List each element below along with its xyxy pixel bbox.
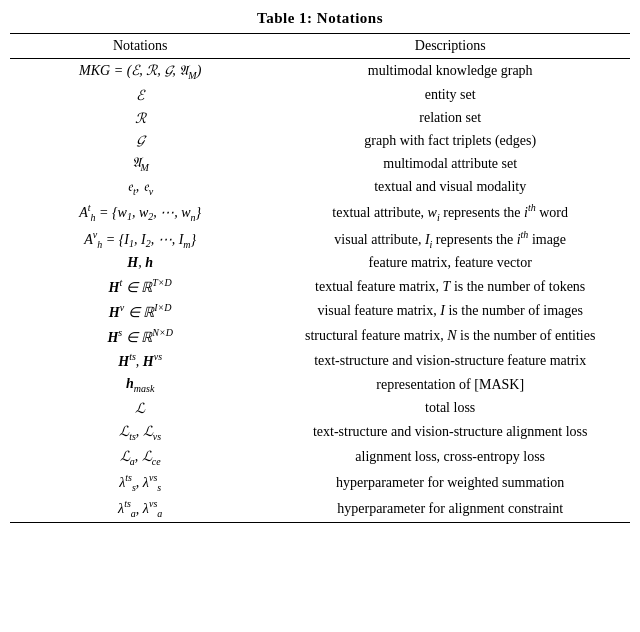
notation-cell: 𝓖 [10, 130, 270, 152]
notation-cell: ℒa, ℒce [10, 445, 270, 470]
table-row: Hs ∈ ℝN×Dstructural feature matrix, N is… [10, 324, 630, 349]
description-cell: total loss [270, 397, 630, 420]
table-row: 𝓖graph with fact triplets (edges) [10, 130, 630, 152]
description-cell: visual attribute, Ii represents the ith … [270, 226, 630, 252]
notation-cell: 𝔄M [10, 152, 270, 176]
notation-cell: ℛ [10, 107, 270, 130]
table-row: ℒts, ℒvstext-structure and vision-struct… [10, 420, 630, 445]
description-cell: structural feature matrix, N is the numb… [270, 324, 630, 349]
notation-cell: H, h [10, 252, 270, 274]
table-row: Avh = {I1, I2, ⋯, Im}visual attribute, I… [10, 226, 630, 252]
table-row: 𝔢t, 𝔢vtextual and visual modality [10, 176, 630, 200]
table-row: ℒtotal loss [10, 397, 630, 420]
notation-cell: MKG = (ℰ, ℛ, 𝓖, 𝔄M) [10, 59, 270, 84]
description-cell: multimodal knowledge graph [270, 59, 630, 84]
description-cell: feature matrix, feature vector [270, 252, 630, 274]
notation-cell: λtss, λvss [10, 469, 270, 495]
notation-cell: ℒ [10, 397, 270, 420]
header-notations: Notations [10, 34, 270, 59]
table-row: Hts, Hvstext-structure and vision-struct… [10, 348, 630, 373]
description-cell: graph with fact triplets (edges) [270, 130, 630, 152]
notation-cell: Hv ∈ ℝI×D [10, 299, 270, 324]
table-row: ℛrelation set [10, 107, 630, 130]
description-cell: entity set [270, 84, 630, 107]
description-cell: textual and visual modality [270, 176, 630, 200]
notation-cell: Ath = {w1, w2, ⋯, wn} [10, 199, 270, 225]
notations-table: Notations Descriptions MKG = (ℰ, ℛ, 𝓖, 𝔄… [10, 33, 630, 523]
table-row: λtsa, λvsahyperparameter for alignment c… [10, 496, 630, 523]
notation-cell: Hs ∈ ℝN×D [10, 324, 270, 349]
table-row: ℰentity set [10, 84, 630, 107]
description-cell: hyperparameter for alignment constraint [270, 496, 630, 523]
table-container: Table 1: Notations Notations Description… [10, 10, 630, 523]
notation-cell: λtsa, λvsa [10, 496, 270, 523]
description-cell: text-structure and vision-structure feat… [270, 348, 630, 373]
description-cell: text-structure and vision-structure alig… [270, 420, 630, 445]
description-cell: relation set [270, 107, 630, 130]
table-header-row: Notations Descriptions [10, 34, 630, 59]
table-row: Hv ∈ ℝI×Dvisual feature matrix, I is the… [10, 299, 630, 324]
description-cell: alignment loss, cross-entropy loss [270, 445, 630, 470]
description-cell: visual feature matrix, I is the number o… [270, 299, 630, 324]
table-row: ℒa, ℒcealignment loss, cross-entropy los… [10, 445, 630, 470]
table-title: Table 1: Notations [10, 10, 630, 27]
notation-cell: ℰ [10, 84, 270, 107]
table-row: hmaskrepresentation of [MASK] [10, 373, 630, 397]
notation-cell: Ht ∈ ℝT×D [10, 274, 270, 299]
notation-cell: Avh = {I1, I2, ⋯, Im} [10, 226, 270, 252]
table-row: MKG = (ℰ, ℛ, 𝓖, 𝔄M)multimodal knowledge … [10, 59, 630, 84]
description-cell: textual feature matrix, T is the number … [270, 274, 630, 299]
table-row: 𝔄Mmultimodal attribute set [10, 152, 630, 176]
table-row: Ath = {w1, w2, ⋯, wn}textual attribute, … [10, 199, 630, 225]
description-cell: textual attribute, wi represents the ith… [270, 199, 630, 225]
notation-cell: ℒts, ℒvs [10, 420, 270, 445]
table-row: Ht ∈ ℝT×Dtextual feature matrix, T is th… [10, 274, 630, 299]
notation-cell: 𝔢t, 𝔢v [10, 176, 270, 200]
description-cell: multimodal attribute set [270, 152, 630, 176]
notation-cell: hmask [10, 373, 270, 397]
table-row: H, hfeature matrix, feature vector [10, 252, 630, 274]
notation-cell: Hts, Hvs [10, 348, 270, 373]
description-cell: hyperparameter for weighted summation [270, 469, 630, 495]
table-row: λtss, λvsshyperparameter for weighted su… [10, 469, 630, 495]
description-cell: representation of [MASK] [270, 373, 630, 397]
header-descriptions: Descriptions [270, 34, 630, 59]
